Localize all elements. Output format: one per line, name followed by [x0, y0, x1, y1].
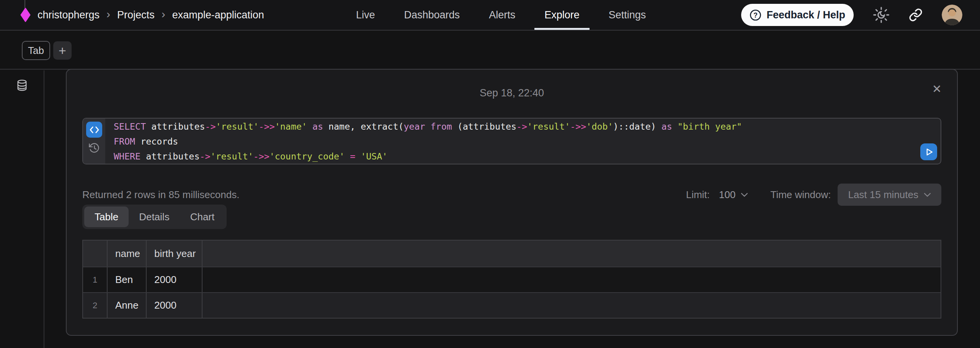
sql-line: FROM records	[114, 134, 914, 149]
chevron-down-icon	[741, 192, 748, 197]
nav-item-settings[interactable]: Settings	[609, 0, 646, 30]
top-navbar: christophergs›Projects›example-applicati…	[0, 0, 980, 31]
play-icon	[924, 147, 934, 157]
theme-toggle-icon[interactable]	[873, 7, 890, 23]
nav-item-live[interactable]: Live	[356, 0, 375, 30]
table-cell: 2000	[147, 293, 203, 318]
table-cell: Anne	[108, 293, 147, 318]
navbar-right: ? Feedback / Help	[741, 0, 962, 30]
nav-item-alerts[interactable]: Alerts	[489, 0, 515, 30]
database-sidebar-button[interactable]	[16, 79, 28, 92]
nav-item-dashboards[interactable]: Dashboards	[404, 0, 460, 30]
add-tab-button[interactable]: +	[53, 41, 72, 60]
time-window-value: Last 15 minutes	[848, 189, 918, 201]
column-header-name: name	[108, 241, 147, 267]
time-window-dropdown[interactable]: Last 15 minutes	[838, 184, 941, 206]
plus-icon: +	[59, 43, 66, 58]
code-mode-button[interactable]	[86, 122, 102, 138]
primary-nav: LiveDashboardsAlertsExploreSettings	[356, 0, 646, 30]
brand-logo[interactable]	[20, 8, 31, 22]
result-tab-chart[interactable]: Chart	[180, 205, 225, 229]
row-number: 2	[83, 293, 108, 318]
table-cell: Ben	[108, 267, 147, 292]
column-header-birth-year: birth year	[147, 241, 203, 267]
results-table: namebirth year 1Ben20002Anne2000	[82, 240, 941, 319]
nav-item-explore[interactable]: Explore	[544, 0, 580, 30]
svg-text:?: ?	[754, 11, 758, 19]
query-timestamp: Sep 18, 22:40	[67, 87, 957, 99]
table-cell: 2000	[147, 267, 203, 292]
tab-chip-label: Tab	[28, 45, 44, 57]
copy-link-icon[interactable]	[909, 8, 923, 22]
breadcrumb-separator: ›	[162, 8, 165, 21]
column-header-rownum	[203, 241, 941, 267]
tab-chip[interactable]: Tab	[22, 41, 50, 60]
sql-line: WHERE attributes->'result'->>'country_co…	[114, 149, 914, 164]
history-clock-icon	[88, 142, 100, 154]
table-row[interactable]: 2Anne2000	[83, 292, 941, 318]
table-row[interactable]: 1Ben2000	[83, 267, 941, 292]
limit-dropdown[interactable]: 100	[719, 189, 748, 201]
user-avatar[interactable]	[942, 5, 962, 25]
limit-value: 100	[719, 189, 735, 201]
tab-strip: Tab +	[0, 31, 980, 70]
result-controls: Limit: 100 Time window: Last 15 minutes	[686, 184, 941, 206]
close-icon[interactable]: ✕	[932, 83, 942, 95]
results-table-header: namebirth year	[83, 241, 941, 267]
feedback-help-button[interactable]: ? Feedback / Help	[741, 4, 854, 26]
feedback-help-label: Feedback / Help	[766, 9, 845, 21]
result-toolbar: Returned 2 rows in 85 milliseconds. Limi…	[82, 182, 941, 207]
limit-label: Limit:	[686, 189, 710, 201]
column-header-rownum	[83, 241, 108, 267]
result-tab-table[interactable]: Table	[84, 207, 129, 227]
sql-editor: SELECT attributes->'result'->>'name' as …	[82, 118, 941, 164]
breadcrumb-item-projects[interactable]: Projects	[117, 9, 155, 21]
breadcrumb-item-christophergs[interactable]: christophergs	[38, 9, 100, 21]
row-number: 1	[83, 267, 108, 292]
time-window-label: Time window:	[770, 189, 831, 201]
table-cell	[203, 267, 941, 292]
sidebar-divider	[44, 70, 44, 348]
query-status-text: Returned 2 rows in 85 milliseconds.	[82, 189, 239, 201]
sql-line: SELECT attributes->'result'->>'name' as …	[114, 119, 914, 134]
sql-code[interactable]: SELECT attributes->'result'->>'name' as …	[105, 119, 941, 164]
run-query-button[interactable]	[920, 143, 937, 160]
breadcrumb-separator: ›	[106, 8, 110, 21]
help-question-icon: ?	[750, 9, 761, 21]
query-history-button[interactable]	[88, 142, 100, 154]
code-brackets-icon	[90, 126, 99, 133]
query-result-card: Sep 18, 22:40 ✕ SELE	[66, 69, 958, 336]
chevron-down-icon	[924, 192, 931, 197]
diamond-logo-icon	[20, 8, 31, 22]
results-table-body: 1Ben20002Anne2000	[83, 267, 941, 318]
breadcrumb-item-example-application[interactable]: example-application	[172, 9, 264, 21]
table-cell	[203, 293, 941, 318]
result-tab-details[interactable]: Details	[129, 205, 180, 229]
result-tabs: TableDetailsChart	[82, 205, 227, 229]
database-icon	[16, 79, 28, 92]
breadcrumb: christophergs›Projects›example-applicati…	[38, 0, 264, 30]
editor-gutter	[83, 119, 105, 164]
